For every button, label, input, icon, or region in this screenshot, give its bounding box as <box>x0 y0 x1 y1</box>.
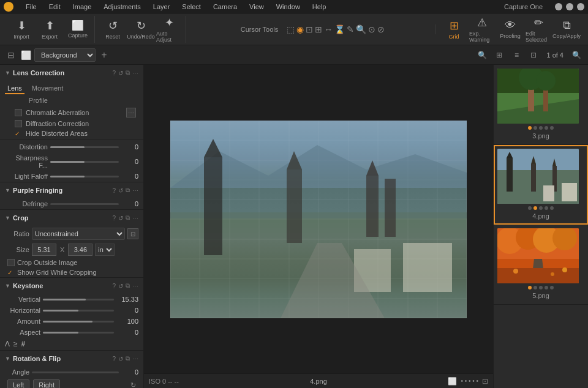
thumbnail-item-4[interactable]: 4.png <box>494 145 588 225</box>
keystone-icon-3[interactable]: # <box>21 340 26 348</box>
crop-outside-checkbox[interactable] <box>7 259 15 266</box>
cursor-tool-5[interactable]: ↔ <box>324 24 333 34</box>
rf-reset-icon[interactable]: ↺ <box>118 356 123 362</box>
import-button[interactable]: ⬇ Import <box>9 16 34 43</box>
minimize-button[interactable] <box>555 3 562 10</box>
crop-more-icon[interactable]: ⋯ <box>132 215 138 222</box>
diffraction-correction-checkbox[interactable] <box>15 120 22 127</box>
rotate-right-button[interactable]: Right <box>33 379 60 388</box>
crop-ratio-select[interactable]: Unconstrained <box>32 228 125 240</box>
ks-reset-icon[interactable]: ↺ <box>118 283 123 289</box>
crop-height-input[interactable] <box>68 244 92 256</box>
keystone-icon-2[interactable]: ≥ <box>13 340 18 348</box>
ks-copy-icon[interactable]: ⧉ <box>126 282 130 289</box>
copy-section-icon[interactable]: ⧉ <box>126 69 130 76</box>
grid-icon[interactable]: ⊞ <box>492 48 506 62</box>
cursor-tool-2[interactable]: ◉ <box>296 24 304 34</box>
menu-image[interactable]: Image <box>70 2 94 12</box>
maximize-button[interactable] <box>566 3 573 10</box>
chromatic-aberration-checkbox[interactable] <box>15 109 22 116</box>
menu-camera[interactable]: Camera <box>211 2 239 12</box>
menu-adjustments[interactable]: Adjustments <box>101 2 143 12</box>
crop-unit-select[interactable]: in <box>95 244 115 256</box>
rotate-icon[interactable]: ↻ <box>130 381 136 389</box>
cursor-tool-6[interactable]: ⌛ <box>334 24 345 34</box>
crop-width-input[interactable] <box>32 244 56 256</box>
cursor-tool-10[interactable]: ⊘ <box>377 24 385 34</box>
cursor-tool-3[interactable]: ⊡ <box>306 24 313 34</box>
reset-section-icon[interactable]: ↺ <box>118 70 123 76</box>
reset-button[interactable]: ↺ Reset <box>100 16 126 43</box>
grid-view-button[interactable]: ⊞ Grid <box>441 16 467 43</box>
purple-fringing-header[interactable]: ▼ Purple Fringing ? ↺ ⧉ ⋯ <box>0 182 143 198</box>
close-button[interactable] <box>577 3 584 10</box>
rf-help-icon[interactable]: ? <box>112 356 116 362</box>
pf-more-icon[interactable]: ⋯ <box>132 187 138 194</box>
thumbnail-item-5[interactable]: 5.png <box>494 225 588 305</box>
keystone-aspect-slider[interactable] <box>43 332 114 334</box>
proofing-button[interactable]: 👁 Proofing <box>497 16 523 43</box>
pf-copy-icon[interactable]: ⧉ <box>126 187 130 194</box>
add-layer-button[interactable]: + <box>98 49 110 61</box>
cursor-tool-8[interactable]: 🔍 <box>356 24 366 34</box>
cursor-tool-7[interactable]: ✎ <box>347 24 354 34</box>
chromatic-aberration-btn[interactable]: ⋯ <box>126 108 136 118</box>
zoom-icon[interactable]: 🔍 <box>475 48 489 62</box>
angle-slider[interactable] <box>32 371 119 373</box>
pf-help-icon[interactable]: ? <box>112 187 116 194</box>
keystone-horizontal-slider[interactable] <box>43 310 114 312</box>
crop-copy-icon[interactable]: ⧉ <box>126 214 130 222</box>
rotation-flip-header[interactable]: ▼ Rotation & Flip ? ↺ ⧉ ⋯ <box>0 351 143 367</box>
rf-more-icon[interactable]: ⋯ <box>132 356 138 362</box>
crop-help-icon[interactable]: ? <box>112 215 116 222</box>
status-expand-icon[interactable]: ⊡ <box>482 377 488 386</box>
auto-adjust-button[interactable]: ✦ Auto Adjust <box>156 16 182 43</box>
defringe-slider[interactable] <box>50 203 119 205</box>
tab-movement[interactable]: Movement <box>29 83 66 94</box>
layer-select[interactable]: Background <box>34 48 96 62</box>
undo-redo-button[interactable]: ↻ Undo/Redo <box>128 16 154 43</box>
menu-window[interactable]: Window <box>274 2 303 12</box>
light-falloff-slider[interactable] <box>50 176 119 177</box>
crop-ratio-icon[interactable]: ⊡ <box>127 228 138 239</box>
keystone-vertical-slider[interactable] <box>43 299 114 300</box>
menu-select[interactable]: Select <box>179 2 203 12</box>
keystone-header[interactable]: ▼ Keystone ? ↺ ⧉ ⋯ <box>0 278 143 294</box>
rotate-left-button[interactable]: Left <box>7 379 29 388</box>
menu-layer[interactable]: Layer <box>151 2 173 12</box>
angle-value: 0 <box>121 368 138 376</box>
help-icon[interactable]: ? <box>112 70 116 76</box>
crop-header[interactable]: ▼ Crop ? ↺ ⧉ ⋯ <box>0 210 143 226</box>
menu-edit[interactable]: Edit <box>47 2 63 12</box>
copy-apply-button[interactable]: ⧉ Copy/Apply <box>554 16 579 43</box>
keystone-icon-1[interactable]: Λ <box>5 340 10 348</box>
list-icon[interactable]: ≡ <box>510 48 523 62</box>
rf-copy-icon[interactable]: ⧉ <box>126 355 130 362</box>
keystone-amount-slider[interactable] <box>43 321 114 323</box>
status-box-icon[interactable]: ⬜ <box>448 377 457 386</box>
menu-help[interactable]: Help <box>310 2 329 12</box>
cursor-tool-4[interactable]: ⊞ <box>315 24 322 34</box>
crop-reset-icon[interactable]: ↺ <box>118 215 123 222</box>
ks-help-icon[interactable]: ? <box>112 283 116 289</box>
cursor-tool-1[interactable]: ⬚ <box>287 24 295 34</box>
view-split-icon[interactable]: ⊟ <box>5 49 17 61</box>
tab-lens[interactable]: Lens <box>5 83 24 94</box>
more-icon[interactable]: ⋯ <box>132 70 138 76</box>
lens-correction-header[interactable]: ▼ Lens Correction ? ↺ ⧉ ⋯ <box>0 65 143 81</box>
edit-selected-button[interactable]: ✏ Edit Selected <box>526 16 551 43</box>
pf-reset-icon[interactable]: ↺ <box>118 187 123 194</box>
exp-warning-button[interactable]: ⚠ Exp. Warning <box>469 16 495 43</box>
ks-more-icon[interactable]: ⋯ <box>132 283 138 289</box>
search-icon[interactable]: 🔍 <box>570 48 583 62</box>
sharpness-slider[interactable] <box>50 161 119 163</box>
thumb-size-icon[interactable]: ⊡ <box>527 48 540 62</box>
view-single-icon[interactable]: ⬜ <box>20 49 32 61</box>
thumbnail-item-3[interactable]: 3.png <box>494 65 588 145</box>
menu-file[interactable]: File <box>23 2 39 12</box>
capture-button[interactable]: ⬜ Capture <box>65 16 91 43</box>
cursor-tool-9[interactable]: ⊙ <box>368 24 375 34</box>
distortion-slider[interactable] <box>50 146 119 148</box>
export-button[interactable]: ⬆ Export <box>37 16 62 43</box>
menu-view[interactable]: View <box>247 2 266 12</box>
